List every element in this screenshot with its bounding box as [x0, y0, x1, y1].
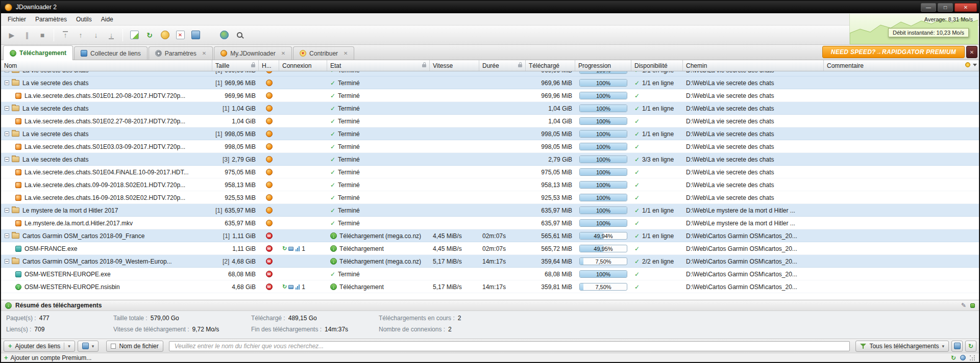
stop-downloads-button[interactable]: ■ [35, 28, 50, 42]
table-row[interactable]: La vie secrete des chats[3]2,79 GiB✓Term… [1, 153, 979, 166]
expander-icon[interactable] [5, 132, 9, 136]
search-type-select[interactable]: Nom de fichier [106, 341, 163, 352]
rapidgator-premium-banner[interactable]: NEED SPEED?→RAPIDGATOR PREMIUM [822, 46, 965, 58]
add-links-button[interactable]: + Ajouter des liens ▾ [4, 341, 75, 352]
column-highlight-icon[interactable] [965, 62, 970, 67]
file-name: Le.mystere.de.la.mort.d.Hitler.2017.mkv [24, 220, 133, 227]
table-row[interactable]: La.vie.secrete.des.chats.S01E02.27-08-20… [1, 115, 979, 127]
column-header-duree[interactable]: Durée [479, 60, 526, 71]
add-premium-account-button[interactable]: + Ajouter un compte Premium... [4, 354, 91, 361]
column-header-hoster[interactable]: H... [259, 60, 279, 71]
column-header-progression[interactable]: Progression [575, 60, 631, 71]
column-header-vitesse[interactable]: Vitesse [430, 60, 479, 71]
expander-icon[interactable] [5, 71, 9, 72]
table-row[interactable]: Cartos Garmin OSM_cartos 2018-09_Western… [1, 255, 979, 268]
menu-fichier[interactable]: Fichier [3, 14, 31, 24]
summary-header[interactable]: ↓ Résumé des téléchargements ✎ [1, 300, 979, 311]
stat-label: Paquet(s) : [6, 315, 36, 322]
column-header-chemin[interactable]: Chemin [683, 60, 824, 71]
close-tab-button[interactable]: ✕ [202, 50, 206, 56]
close-tab-button[interactable]: ✕ [344, 50, 348, 56]
resize-grip[interactable] [970, 355, 971, 356]
table-row[interactable]: La.vie.secrete.des.chats.S01E01.20-08-20… [1, 89, 979, 102]
column-header-connexion[interactable]: Connexion [279, 60, 327, 71]
premium-account-button[interactable] [158, 28, 172, 42]
tab-myjdownloader[interactable]: My.JDownloader ✕ [214, 46, 292, 60]
package-icon [12, 233, 19, 239]
column-header-disponibilite[interactable]: Disponibilité [631, 60, 683, 71]
expander-icon[interactable] [5, 106, 9, 111]
package-icon [12, 71, 19, 73]
menu-parametres[interactable]: Paramètres [31, 14, 71, 24]
table-row[interactable]: La.vie.secrete.des.chats.16-09-2018.S02E… [1, 191, 979, 204]
expander-icon[interactable] [5, 81, 9, 85]
check-updates-button[interactable] [217, 28, 231, 42]
banner-close-button[interactable]: ✕ [966, 46, 977, 58]
move-to-top-button[interactable]: ↑ [58, 28, 72, 42]
table-row[interactable]: La.vie.secrete.des.chats.09-09-2018.S02E… [1, 178, 979, 191]
expander-icon[interactable] [5, 208, 9, 213]
menu-outils[interactable]: Outils [71, 14, 96, 24]
view-options-button[interactable] [951, 341, 963, 352]
table-row[interactable]: OSM-WESTERN-EUROPE.exe68,08 MiBM✓Terminé… [1, 268, 979, 280]
download-filter-select[interactable]: Tous les téléchargements ▾ [855, 341, 949, 352]
move-down-button[interactable]: ↓ [89, 28, 103, 42]
cell-nom: La vie secrete des chats [1, 71, 212, 76]
summary-pin-icon[interactable] [970, 303, 975, 308]
add-links-options-button[interactable]: ▾ [78, 341, 99, 352]
column-header-taille[interactable]: Taille [212, 60, 259, 71]
column-config-icon[interactable] [973, 64, 977, 66]
cell-duree [479, 217, 526, 229]
chevron-down-icon[interactable]: ▾ [942, 344, 944, 349]
table-row[interactable]: La.vie.secrete.des.chats.S01E03.03-09-20… [1, 140, 979, 153]
pause-downloads-button[interactable]: ∥ [20, 28, 34, 42]
summary-edit-icon[interactable]: ✎ [961, 302, 966, 309]
column-header-telecharge[interactable]: Téléchargé [526, 60, 575, 71]
cell-telecharge: 635,97 MiB [526, 217, 575, 229]
table-row[interactable]: La vie secrete des chats[1]969,96 MiB✓Te… [1, 76, 979, 89]
chevron-down-icon[interactable]: ▾ [68, 344, 70, 349]
table-row[interactable]: OSM-FRANCE.exe1,11 GiBM↻1↓Téléchargement… [1, 242, 979, 255]
column-header-nom[interactable]: Nom [1, 60, 212, 71]
table-row[interactable]: La vie secrete des chats[1]1,04 GiB✓Term… [1, 102, 979, 115]
table-row[interactable]: La.vie.secrete.des.chats.S01E04.FiNALE.1… [1, 166, 979, 178]
table-row[interactable]: Le.mystere.de.la.mort.d.Hitler.2017.mkv6… [1, 217, 979, 229]
file-name: La.vie.secrete.des.chats.09-09-2018.S02E… [24, 182, 185, 189]
tab-parametres[interactable]: Paramètres ✕ [149, 46, 213, 60]
table-row[interactable]: Le mystere de la mort d Hitler 2017[1]63… [1, 204, 979, 217]
chevron-down-icon[interactable]: ▾ [92, 344, 94, 349]
minimize-button[interactable]: — [921, 3, 936, 12]
tab-collecteur-de-liens[interactable]: Collecteur de liens [74, 46, 148, 60]
expander-icon[interactable] [5, 259, 9, 264]
cell-connexion [279, 153, 327, 166]
tab-contribuer[interactable]: ♥ Contribuer ✕ [293, 46, 354, 60]
column-label: Connexion [282, 62, 311, 69]
cell-hoster [259, 140, 279, 153]
column-header-etat[interactable]: Etat [327, 60, 430, 71]
check-icon: ✓ [634, 258, 640, 265]
tab-telechargement[interactable]: ↓ Téléchargement [3, 45, 73, 60]
move-to-bottom-button[interactable]: ↓ [104, 28, 118, 42]
search-input[interactable] [174, 342, 846, 350]
table-row[interactable]: Cartos Garmin OSM_cartos 2018-09_France[… [1, 229, 979, 242]
statusbar-network-icon[interactable] [960, 355, 966, 360]
menu-aide[interactable]: Aide [96, 14, 118, 24]
clipboard-disable-button[interactable] [188, 28, 203, 42]
table-row[interactable]: La vie secrete des chats[1]969,96 MiB✓Te… [1, 71, 979, 76]
remove-links-button[interactable]: ✕ [173, 28, 187, 42]
refresh-view-button[interactable]: ↻ [965, 341, 976, 352]
expander-icon[interactable] [5, 234, 9, 238]
table-row[interactable]: La vie secrete des chats[1]998,05 MiB✓Te… [1, 127, 979, 140]
table-row[interactable]: ↓OSM-WESTERN-EUROPE.nsisbin4,68 GiBM↻1↓T… [1, 280, 979, 293]
close-tab-button[interactable]: ✕ [281, 50, 285, 56]
start-downloads-button[interactable]: ▶ [5, 28, 19, 42]
close-button[interactable]: ✕ [954, 3, 977, 12]
expander-icon[interactable] [5, 157, 9, 162]
move-up-button[interactable]: ↑ [74, 28, 88, 42]
statusbar-update-icon[interactable]: ↻ [951, 355, 956, 361]
column-header-commentaire[interactable]: Commentaire [824, 60, 979, 71]
reconnect-button[interactable]: ↻ [142, 28, 157, 42]
captcha-search-button[interactable] [232, 28, 247, 42]
clipboard-observer-button[interactable] [127, 28, 141, 42]
maximize-button[interactable]: □ [938, 3, 953, 12]
